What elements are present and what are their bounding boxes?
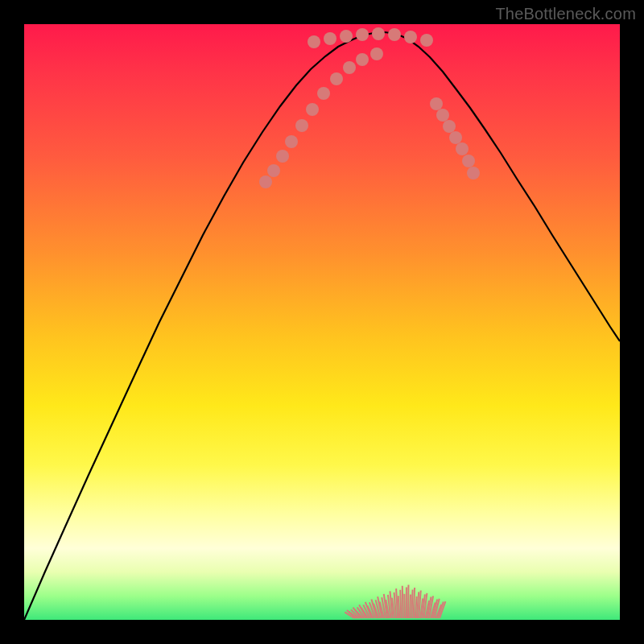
data-points-group — [259, 27, 480, 188]
data-point — [308, 35, 320, 48]
data-point — [324, 32, 336, 45]
outer-frame: TheBottleneck.com — [0, 0, 644, 644]
data-point — [259, 175, 272, 188]
bottleneck-curve — [24, 32, 620, 620]
data-point — [343, 61, 356, 74]
grass-tuft — [345, 585, 445, 618]
svg-line-27 — [400, 590, 401, 618]
data-point — [267, 164, 280, 177]
data-point — [356, 53, 369, 66]
data-point — [467, 167, 480, 180]
data-point — [317, 87, 330, 100]
data-point — [404, 31, 417, 43]
chart-overlay — [24, 24, 620, 620]
data-point — [456, 142, 469, 155]
data-point — [356, 28, 369, 41]
svg-line-32 — [410, 594, 411, 618]
data-point — [330, 72, 343, 85]
data-point — [436, 109, 449, 122]
data-point — [462, 155, 475, 167]
data-point — [306, 103, 319, 116]
data-point — [430, 97, 443, 110]
watermark-text: TheBottleneck.com — [495, 5, 636, 23]
data-point — [443, 120, 456, 133]
data-point — [372, 27, 385, 40]
data-point — [295, 119, 308, 132]
svg-line-26 — [398, 596, 400, 618]
svg-line-34 — [414, 588, 415, 618]
data-point — [276, 150, 289, 163]
data-point — [388, 28, 401, 41]
data-point — [285, 135, 298, 148]
svg-line-33 — [411, 589, 412, 618]
data-point — [449, 131, 462, 144]
data-point — [370, 47, 383, 60]
svg-line-28 — [402, 586, 403, 618]
data-point — [420, 34, 433, 47]
data-point — [340, 30, 353, 43]
gradient-plot-area — [24, 24, 620, 620]
